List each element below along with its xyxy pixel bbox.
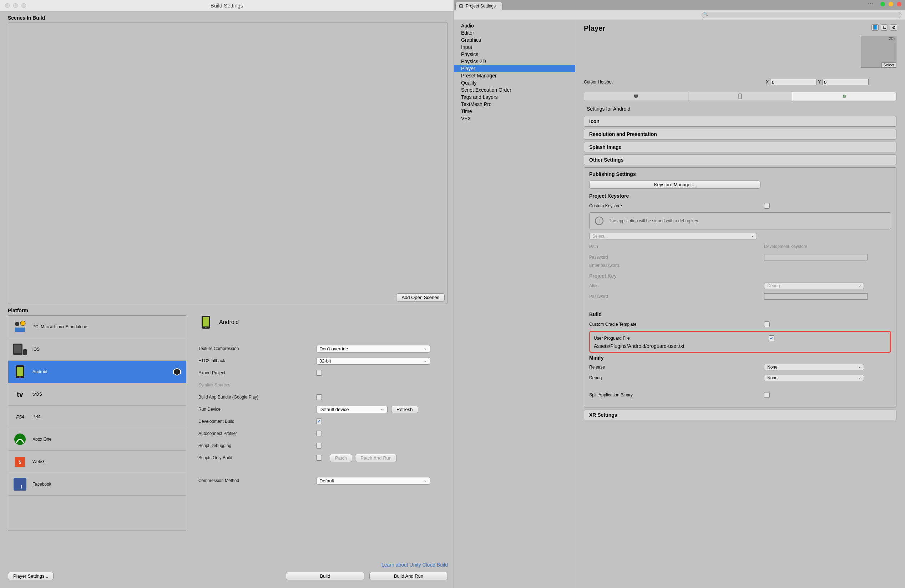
standalone-icon (13, 319, 27, 334)
etc2-fallback-select[interactable]: 32-bit (316, 357, 430, 365)
platform-label: PS4 (32, 414, 41, 419)
keystore-manager-button[interactable]: Keystore Manager... (589, 181, 761, 189)
platform-tab-ios[interactable] (688, 92, 792, 101)
pane-menu-icon[interactable] (868, 3, 874, 5)
svg-rect-23 (739, 94, 741, 99)
selected-platform-header: Android (198, 315, 448, 330)
zoom-icon[interactable] (21, 3, 26, 8)
proguard-checkbox[interactable] (768, 335, 775, 341)
svg-rect-4 (14, 345, 21, 353)
category-item-time[interactable]: Time (454, 108, 575, 115)
patch-button[interactable]: Patch (330, 454, 352, 462)
keystore-password-input[interactable] (764, 254, 867, 260)
category-item-physics2d[interactable]: Physics 2D (454, 58, 575, 65)
tvos-icon: tv (13, 387, 27, 402)
option-label: Build App Bundle (Google Play) (198, 395, 316, 399)
autoconnect-profiler-checkbox[interactable] (316, 431, 322, 436)
category-item-physics[interactable]: Physics (454, 51, 575, 58)
svg-point-25 (845, 95, 845, 96)
category-item-graphics[interactable]: Graphics (454, 36, 575, 44)
add-open-scenes-button[interactable]: Add Open Scenes (396, 293, 445, 301)
svg-rect-22 (635, 97, 637, 98)
category-item-player[interactable]: Player (454, 65, 575, 72)
player-settings-button[interactable]: Player Settings... (8, 572, 54, 580)
scenes-list[interactable]: Add Open Scenes (8, 22, 448, 304)
select-texture-button[interactable]: Select (881, 62, 896, 67)
split-binary-checkbox[interactable] (764, 392, 770, 398)
accordion-other[interactable]: Other Settings (584, 154, 896, 165)
patch-and-run-button[interactable]: Patch And Run (355, 454, 397, 462)
compression-select[interactable]: Default (316, 477, 430, 485)
platform-item-standalone[interactable]: PC, Mac & Linux Standalone (8, 316, 186, 338)
mac-close-icon[interactable] (880, 2, 885, 6)
category-item-tags[interactable]: Tags and Layers (454, 94, 575, 101)
option-label: ETC2 fallback (198, 358, 316, 363)
publishing-header: Publishing Settings (589, 171, 891, 177)
platform-item-xbox[interactable]: Xbox One (8, 428, 186, 451)
search-input[interactable] (702, 12, 902, 18)
accordion-xr[interactable]: XR Settings (584, 410, 896, 420)
hotspot-y-input[interactable] (822, 79, 868, 85)
project-key-header: Project Key (589, 273, 891, 279)
custom-gradle-checkbox[interactable] (764, 322, 770, 327)
minimize-icon[interactable] (13, 3, 18, 8)
proguard-label: User Proguard File (594, 336, 768, 341)
refresh-button[interactable]: Refresh (391, 406, 418, 413)
platform-item-android[interactable]: Android (8, 361, 186, 383)
gear-icon[interactable]: ⚙ (890, 24, 897, 31)
export-project-checkbox[interactable] (316, 370, 322, 376)
category-item-vfx[interactable]: VFX (454, 115, 575, 122)
open-reference-icon[interactable]: 📘 (872, 24, 879, 31)
alias-select[interactable]: Debug (764, 282, 864, 289)
category-item-audio[interactable]: Audio (454, 22, 575, 29)
project-settings-tab[interactable]: Project Settings (456, 2, 502, 10)
settings-for-android-label: Settings for Android (584, 104, 896, 114)
category-item-tmp[interactable]: TextMesh Pro (454, 101, 575, 108)
cursor-texture-preview[interactable]: 2D) Select (861, 36, 896, 68)
cloud-build-link[interactable]: Learn about Unity Cloud Build (198, 562, 448, 567)
platform-tab-android[interactable] (792, 92, 896, 101)
svg-point-0 (15, 322, 19, 326)
category-item-input[interactable]: Input (454, 44, 575, 51)
presets-icon[interactable]: ⇆ (881, 24, 888, 31)
platform-label: tvOS (32, 392, 42, 397)
accordion-splash[interactable]: Splash Image (584, 142, 896, 152)
accordion-icon[interactable]: Icon (584, 116, 896, 127)
minify-debug-select[interactable]: None (764, 375, 864, 381)
texture-compression-select[interactable]: Don't override (316, 345, 430, 352)
build-button[interactable]: Build (286, 572, 364, 580)
platform-item-facebook[interactable]: f Facebook (8, 473, 186, 496)
accordion-resolution[interactable]: Resolution and Presentation (584, 129, 896, 139)
custom-keystore-checkbox[interactable] (764, 203, 770, 209)
build-and-run-button[interactable]: Build And Run (369, 572, 448, 580)
category-item-scriptexec[interactable]: Script Execution Order (454, 86, 575, 94)
script-debugging-checkbox[interactable] (316, 443, 322, 449)
mac-minimize-icon[interactable] (889, 2, 893, 6)
category-item-editor[interactable]: Editor (454, 29, 575, 36)
scripts-only-checkbox[interactable] (316, 455, 322, 461)
android-icon (13, 364, 27, 379)
platform-item-webgl[interactable]: 5 WebGL (8, 451, 186, 473)
platform-item-ps4[interactable]: PS4 PS4 (8, 406, 186, 428)
category-item-presetmanager[interactable]: Preset Manager (454, 72, 575, 79)
platform-item-tvos[interactable]: tv tvOS (8, 383, 186, 406)
ps4-icon: PS4 (13, 409, 27, 424)
run-device-select[interactable]: Default device (316, 406, 387, 413)
aab-checkbox[interactable] (316, 394, 322, 400)
dev-build-checkbox[interactable] (316, 418, 322, 424)
svg-point-24 (843, 95, 844, 96)
minify-release-select[interactable]: None (764, 364, 864, 370)
minify-debug-label: Debug (589, 376, 764, 380)
platform-tab-standalone[interactable] (584, 92, 688, 101)
search-row (454, 10, 905, 20)
mac-zoom-icon[interactable] (897, 2, 902, 6)
hotspot-x-input[interactable] (770, 79, 816, 85)
close-icon[interactable] (5, 3, 10, 8)
category-item-quality[interactable]: Quality (454, 79, 575, 86)
platform-item-ios[interactable]: iOS (8, 338, 186, 361)
key-password-input[interactable] (764, 293, 867, 300)
keystore-select[interactable]: Select... (589, 233, 757, 239)
platform-label: Xbox One (32, 437, 51, 442)
platform-header: Platform (8, 307, 186, 313)
y-label: Y (818, 79, 821, 84)
